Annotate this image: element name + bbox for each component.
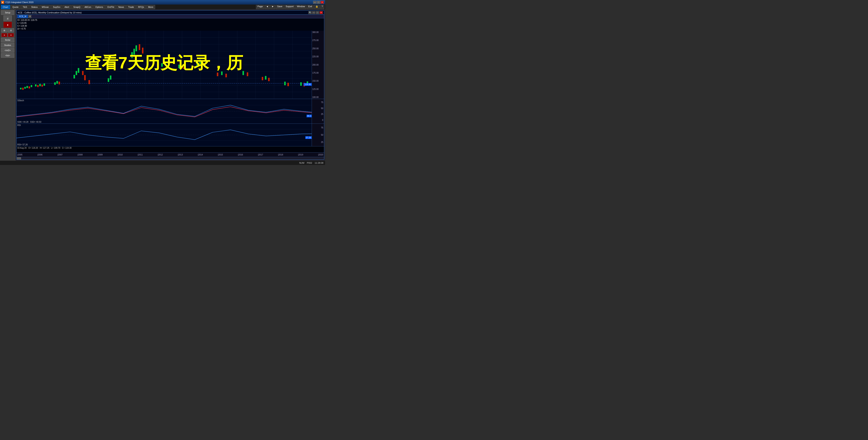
svg-rect-90 (196, 62, 198, 66)
num-lock-indicator: NUM (299, 162, 304, 164)
svg-rect-102 (243, 71, 244, 75)
price-scale: 300.00 275.00 250.00 225.00 200.00 175.0… (312, 31, 324, 99)
chart-window: KCE - Coffee (ICE), Monthly Continuation… (16, 10, 324, 160)
svg-rect-84 (161, 63, 162, 66)
rsi-scale-25: 25 (321, 141, 323, 143)
bottom-date: 03 Aug 20 (17, 147, 27, 149)
window-button[interactable]: Window (296, 5, 306, 9)
exit-button[interactable]: Exit (307, 5, 313, 9)
menu-alert[interactable]: Alert (63, 5, 71, 9)
chart-title-controls[interactable]: 🔍 — □ ✕ (308, 11, 323, 14)
bottom-low: 109.70 (54, 147, 60, 149)
status-bar: NUM P002 11:28:08 (0, 160, 325, 165)
price-100: 100.00 (312, 96, 323, 98)
menu-rfqs[interactable]: RFQs (136, 5, 146, 9)
title-bar-controls[interactable]: — □ ✕ (313, 1, 324, 4)
svg-rect-78 (142, 48, 143, 54)
close-value: 119.30 (21, 25, 27, 27)
svg-rect-114 (287, 83, 289, 86)
chart-tabs: KCE_M ▼ (17, 14, 324, 18)
menu-news[interactable]: News (117, 5, 126, 9)
close-button[interactable]: ✕ (320, 1, 324, 4)
year-2005: |2005 (17, 154, 23, 156)
sstoch-scale: 75 50 25 0 (312, 99, 324, 124)
menu-chart[interactable]: Chart (1, 5, 10, 9)
help-button[interactable]: ? (320, 5, 324, 9)
list-button[interactable]: <list> (1, 53, 14, 58)
menu-snapq[interactable]: SnapQ (71, 5, 82, 9)
close-label: C= (17, 25, 21, 27)
maximize-button[interactable]: □ (317, 1, 320, 4)
svg-rect-42 (39, 84, 41, 86)
menu-more[interactable]: More (146, 5, 155, 9)
save-button[interactable]: Save (276, 5, 284, 9)
split-h-button[interactable]: ⊞ (1, 28, 7, 32)
prev-page-button[interactable]: ◄ (265, 5, 270, 9)
menu-status[interactable]: Status (29, 5, 39, 9)
red-buttons-row: ✕ ✕ (1, 33, 14, 37)
svg-rect-92 (199, 60, 201, 64)
scroll-bar[interactable] (17, 157, 324, 159)
scroll-thumb[interactable] (17, 157, 21, 159)
print-button[interactable]: 🖨 (3, 15, 12, 21)
menu-ordtkt[interactable]: OrdTkt (105, 5, 116, 9)
sstoch-svg (17, 99, 324, 124)
time-axis: |2005 |2006 |2007 |2008 |2009 |2010 |201… (17, 152, 324, 157)
profile-indicator: P002 (307, 162, 312, 164)
menu-allcon[interactable]: AllCon (83, 5, 93, 9)
red-small-button-2[interactable]: ✕ (8, 33, 14, 37)
rsi-scale: 75 50 25 (312, 124, 324, 146)
menu-ts[interactable]: T&S (21, 5, 29, 9)
svg-rect-50 (57, 81, 58, 84)
chart-close-button[interactable]: ✕ (319, 11, 323, 14)
year-2017: |2017 (258, 154, 263, 156)
studies-button[interactable]: Studies (1, 43, 14, 48)
menu-trade[interactable]: Trade (126, 5, 136, 9)
menu-options[interactable]: Options (93, 5, 105, 9)
svg-rect-54 (74, 75, 75, 78)
svg-rect-36 (31, 85, 32, 87)
intd-button[interactable]: <IntD> (1, 48, 14, 53)
price-275: 275.00 (312, 39, 323, 41)
current-price-badge: 119.30 (304, 83, 312, 86)
split-v-button[interactable]: ⊟ (8, 28, 14, 32)
svg-rect-80 (153, 62, 154, 66)
minimize-button[interactable]: — (313, 1, 316, 4)
lock-button[interactable]: 🔒 (314, 5, 320, 9)
chart-minimize-button[interactable]: — (312, 11, 315, 14)
svg-rect-46 (44, 84, 45, 86)
page-button[interactable]: Page (256, 5, 264, 9)
chart-maximize-button[interactable]: □ (316, 11, 319, 14)
app-icon: ▶ (1, 1, 4, 4)
year-2020: |2020 (318, 154, 323, 156)
menu-quote[interactable]: Quote (10, 5, 21, 9)
chart-tab-kce[interactable]: KCE_M (17, 15, 28, 18)
svg-rect-62 (84, 75, 86, 80)
setup-button[interactable]: Setup (1, 10, 14, 15)
price-chart[interactable]: 查看7天历史记录，历 119.30 (17, 31, 312, 99)
rescale-button[interactable]: ReSd (1, 38, 14, 42)
svg-rect-52 (59, 82, 60, 84)
bottom-info: 03 Aug 20 O= 118.20 H= 127.25 L= 109.70 … (17, 146, 324, 152)
chart-tab-dropdown[interactable]: ▼ (28, 15, 31, 18)
menu-mscan[interactable]: MScan (40, 5, 51, 9)
support-button[interactable]: Support (284, 5, 295, 9)
svg-rect-58 (78, 68, 79, 73)
svg-rect-56 (76, 71, 77, 75)
year-2019: |2019 (298, 154, 303, 156)
low-label: L= (17, 22, 20, 24)
chart-search-button[interactable]: 🔍 (308, 11, 312, 14)
next-page-button[interactable]: ► (270, 5, 275, 9)
svg-rect-26 (20, 88, 22, 89)
year-2012: |2012 (158, 154, 163, 156)
red-small-button-1[interactable]: ✕ (1, 33, 7, 37)
sstoch-value-badge: 44.3 (307, 115, 312, 117)
menu-supsrv[interactable]: SupSrv (51, 5, 62, 9)
open-label: O= (17, 19, 21, 21)
sstoch-label: SStoch (17, 99, 24, 102)
red-button-1[interactable]: ■ (3, 22, 12, 28)
year-2013: |2013 (178, 154, 183, 156)
svg-rect-28 (22, 88, 24, 90)
year-2016: |2016 (238, 154, 243, 156)
sstoch-values: SSK= 44.28 SSD= 40.50 (17, 121, 41, 123)
